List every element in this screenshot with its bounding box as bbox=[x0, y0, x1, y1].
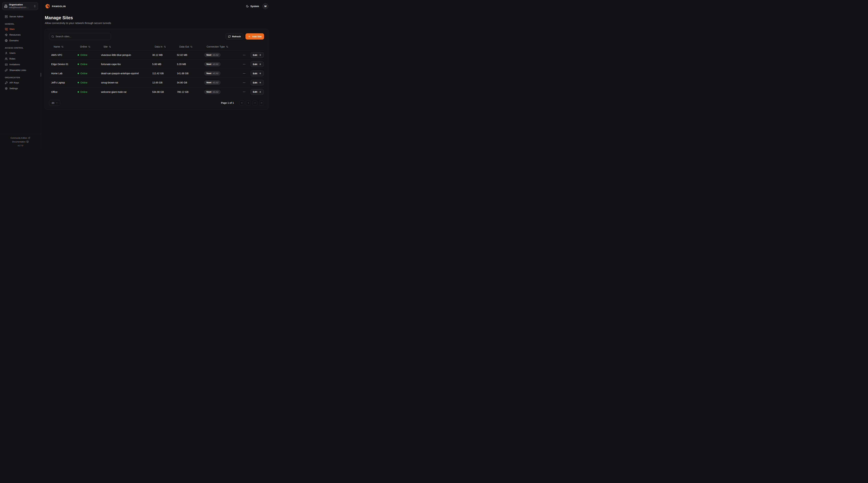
connection-type-badge: Newtv1.3.2 bbox=[204, 80, 221, 85]
arrow-right-icon bbox=[259, 82, 261, 84]
site-slug: dead-san-joaquin-antelope-squirrel bbox=[99, 72, 150, 75]
refresh-button[interactable]: Refresh bbox=[225, 33, 243, 39]
add-site-button[interactable]: Add Site bbox=[245, 33, 264, 39]
sidebar-item-users[interactable]: Users bbox=[2, 50, 38, 56]
edit-button[interactable]: Edit bbox=[250, 52, 264, 58]
row-menu-button[interactable] bbox=[242, 62, 246, 66]
sidebar-item-server-admin[interactable]: Server Admin bbox=[2, 14, 38, 20]
org-value: milo@fossorial.io's ... bbox=[9, 6, 32, 9]
status-dot bbox=[78, 73, 79, 74]
documentation-link[interactable]: Documentation bbox=[2, 140, 39, 143]
next-page-button[interactable] bbox=[252, 100, 257, 105]
building-icon bbox=[4, 4, 7, 8]
previous-page-button[interactable] bbox=[246, 100, 251, 105]
sites-card: Refresh Add Site Name Online bbox=[45, 29, 268, 109]
sidebar: Organization milo@fossorial.io's ... Ser… bbox=[0, 0, 41, 149]
sidebar-resize-handle[interactable] bbox=[41, 73, 41, 77]
sidebar-item-resources[interactable]: Resources bbox=[2, 32, 38, 38]
edit-button[interactable]: Edit bbox=[250, 70, 264, 76]
sidebar-item-label: Shareable Links bbox=[9, 69, 26, 71]
community-edition-link[interactable]: Community Edition bbox=[2, 136, 39, 140]
sidebar-item-roles[interactable]: Roles bbox=[2, 56, 38, 62]
sort-icon bbox=[61, 45, 64, 48]
column-header-connection-type[interactable]: Connection Type bbox=[202, 45, 264, 48]
sidebar-item-invitations[interactable]: Invitations bbox=[2, 62, 38, 67]
table-row: Home Lab Online dead-san-joaquin-antelop… bbox=[49, 69, 264, 78]
data-out: 52.02 MB bbox=[175, 54, 202, 56]
user-avatar[interactable]: M bbox=[262, 3, 268, 9]
sites-icon bbox=[5, 28, 8, 31]
sidebar-item-api-keys[interactable]: API Keys bbox=[2, 80, 38, 86]
column-header-name[interactable]: Name bbox=[49, 45, 75, 48]
data-in: 12.65 GB bbox=[150, 81, 175, 84]
main-content: PANGOLIN System M Manage Sites Allow con… bbox=[41, 0, 272, 149]
edit-button[interactable]: Edit bbox=[250, 89, 264, 95]
first-page-button[interactable] bbox=[239, 100, 244, 105]
pangolin-logo-icon bbox=[45, 3, 50, 9]
data-in: 112.42 GB bbox=[150, 72, 175, 75]
theme-toggle[interactable]: System bbox=[246, 5, 259, 8]
site-slug: fortunate-cape-fox bbox=[99, 63, 150, 66]
table-row: Office Online welcome-giant-mole-rat 534… bbox=[49, 87, 264, 96]
column-header-online[interactable]: Online bbox=[75, 45, 99, 48]
table-row: AWS VPC Online vivacious-little-blue-pen… bbox=[49, 51, 264, 60]
search-box bbox=[49, 33, 111, 40]
chevron-down-icon bbox=[56, 102, 58, 104]
sidebar-footer: Community Edition Documentation v1.7.0 bbox=[0, 134, 41, 149]
sidebar-item-label: Roles bbox=[9, 57, 16, 60]
edit-button[interactable]: Edit bbox=[250, 79, 264, 86]
sidebar-item-settings[interactable]: Settings bbox=[2, 86, 38, 91]
sidebar-item-label: Sites bbox=[9, 28, 14, 30]
page-title: Manage Sites bbox=[45, 15, 268, 20]
ellipsis-icon bbox=[243, 54, 246, 57]
chevrons-up-down-icon bbox=[33, 5, 36, 7]
connection-type-badge: Newtv1.3.2 bbox=[204, 90, 221, 94]
column-header-site[interactable]: Site bbox=[99, 45, 150, 48]
status-dot bbox=[78, 64, 79, 65]
sidebar-item-domains[interactable]: Domains bbox=[2, 38, 38, 43]
row-menu-button[interactable] bbox=[242, 53, 246, 57]
section-label-access-control: ACCESS CONTROL bbox=[5, 47, 38, 49]
connection-type-badge: Newtv1.3.2 bbox=[204, 71, 221, 76]
data-in: 5.00 MB bbox=[150, 63, 175, 66]
search-input[interactable] bbox=[56, 35, 109, 38]
arrow-right-icon bbox=[259, 54, 261, 56]
row-menu-button[interactable] bbox=[242, 90, 246, 94]
theme-label: System bbox=[250, 5, 259, 8]
arrow-right-icon bbox=[259, 91, 261, 93]
row-menu-button[interactable] bbox=[242, 80, 246, 85]
site-name: Edge Device 01 bbox=[49, 63, 75, 66]
section-label-organization: ORGANIZATION bbox=[5, 76, 38, 78]
sidebar-item-shareable-links[interactable]: Shareable Links bbox=[2, 67, 38, 73]
ticket-check-icon bbox=[5, 63, 8, 66]
sites-table: Name Online Site Data In Data Out bbox=[49, 43, 264, 96]
row-menu-button[interactable] bbox=[242, 71, 246, 76]
connection-type-badge: Newtv1.3.2 bbox=[204, 62, 221, 66]
org-label: Organization bbox=[9, 3, 32, 6]
status-dot bbox=[78, 54, 79, 56]
ellipsis-icon bbox=[243, 72, 246, 75]
data-out: 3.20 MB bbox=[175, 63, 202, 66]
column-header-data-in[interactable]: Data In bbox=[150, 45, 175, 48]
online-status: Online bbox=[75, 72, 99, 75]
ellipsis-icon bbox=[243, 63, 246, 66]
column-header-data-out[interactable]: Data Out bbox=[175, 45, 202, 48]
site-name: Jeff's Laptop bbox=[49, 81, 75, 84]
last-page-button[interactable] bbox=[259, 100, 264, 105]
edit-button[interactable]: Edit bbox=[250, 61, 264, 67]
search-icon bbox=[51, 35, 54, 38]
external-link-icon bbox=[28, 137, 30, 139]
sidebar-item-label: Server Admin bbox=[9, 15, 24, 18]
page-size-select[interactable]: 20 bbox=[49, 100, 60, 106]
section-label-general: GENERAL bbox=[5, 23, 38, 25]
ellipsis-icon bbox=[243, 81, 246, 84]
organization-selector[interactable]: Organization milo@fossorial.io's ... bbox=[2, 2, 38, 10]
sidebar-item-label: Invitations bbox=[9, 63, 20, 66]
server-icon bbox=[5, 15, 8, 18]
online-status: Online bbox=[75, 63, 99, 66]
data-in: 534.98 GB bbox=[150, 91, 175, 93]
sidebar-item-sites[interactable]: Sites bbox=[2, 26, 38, 32]
site-slug: welcome-giant-mole-rat bbox=[99, 91, 150, 93]
sort-icon bbox=[190, 45, 192, 48]
online-status: Online bbox=[75, 81, 99, 84]
